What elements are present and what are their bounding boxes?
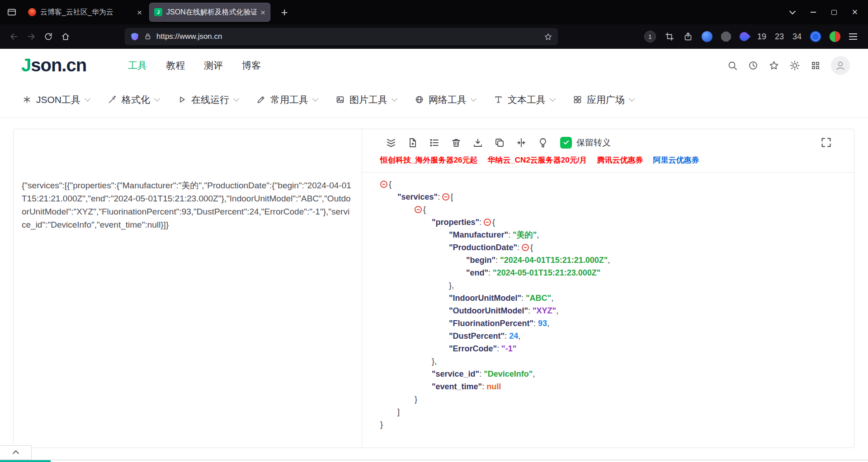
json-tree-line: "IndoorUnitModel": "ABC", xyxy=(380,292,845,304)
ordered-list-icon xyxy=(429,137,440,148)
notification-badge-button[interactable]: 1 xyxy=(644,31,656,42)
url-bar[interactable]: https://www.json.cn xyxy=(125,28,558,45)
globe-extension-button[interactable] xyxy=(810,31,821,42)
ad-link[interactable]: 腾讯云优惠券 xyxy=(597,155,643,165)
json-tree-line: "properties": { xyxy=(380,216,845,229)
gray-extension-button[interactable] xyxy=(721,32,731,42)
toolnav-network-tools[interactable]: 网络工具 xyxy=(415,93,476,106)
minimize-button[interactable] xyxy=(803,0,824,24)
new-file-button[interactable] xyxy=(406,136,419,149)
reload-button[interactable] xyxy=(40,28,57,45)
flame-extension-button[interactable] xyxy=(738,30,750,43)
collapse-toggle-icon[interactable] xyxy=(415,206,422,213)
extension-counter[interactable]: 23 xyxy=(775,32,784,42)
json-token: , xyxy=(533,369,535,378)
trash-icon xyxy=(451,137,462,148)
toolnav-format[interactable]: 格式化 xyxy=(108,93,159,106)
nav-item-tools[interactable]: 工具 xyxy=(128,59,147,72)
lightbulb-icon xyxy=(538,137,548,148)
back-icon xyxy=(9,32,19,41)
tab-favicon: J xyxy=(154,8,162,16)
tab-close-icon[interactable]: × xyxy=(137,8,142,17)
keep-escape-checkbox[interactable] xyxy=(560,137,572,149)
sort-list-button[interactable] xyxy=(428,136,440,149)
json-token: , xyxy=(518,331,520,341)
nav-item-blog[interactable]: 博客 xyxy=(242,59,261,72)
blue-extension-button[interactable] xyxy=(702,31,712,42)
extension-counter[interactable]: 19 xyxy=(757,32,766,42)
toolnav-image-tools[interactable]: 图片工具 xyxy=(335,93,396,106)
apps-grid-icon xyxy=(810,60,821,71)
json-token: [ xyxy=(451,192,453,201)
ad-link[interactable]: 华纳云_CN2云服务器20元/月 xyxy=(487,155,587,165)
chevron-down-icon xyxy=(471,96,476,102)
back-button[interactable] xyxy=(5,28,23,45)
home-button[interactable] xyxy=(57,28,74,45)
json-token: null xyxy=(486,382,501,391)
toolnav-app-plaza[interactable]: 应用广场 xyxy=(573,93,634,106)
fullscreen-button[interactable] xyxy=(820,136,832,149)
json-token: "ProductionDate" xyxy=(449,243,517,252)
json-token: { xyxy=(423,205,426,214)
collapse-toggle-icon[interactable] xyxy=(380,181,387,188)
menu-icon xyxy=(849,33,857,34)
play-icon xyxy=(177,95,187,104)
json-token: : xyxy=(528,306,533,315)
align-merge-button[interactable] xyxy=(515,136,527,149)
copy-button[interactable] xyxy=(493,136,505,149)
json-token: , xyxy=(551,294,553,303)
firefox-view-button[interactable] xyxy=(3,3,21,21)
browser-tab-json-cn[interactable]: J JSON在线解析及格式化验证 - × xyxy=(149,3,270,22)
collapse-toggle-icon[interactable] xyxy=(484,219,491,226)
keep-escape-option[interactable]: 保留转义 xyxy=(560,137,611,149)
download-button[interactable] xyxy=(472,136,484,149)
chevron-down-icon xyxy=(789,8,796,14)
nav-item-tutorials[interactable]: 教程 xyxy=(166,59,185,72)
share-extension-button[interactable] xyxy=(683,32,693,42)
toolnav-json-tools[interactable]: JSON工具 xyxy=(22,93,90,106)
avatar[interactable] xyxy=(831,56,850,75)
new-tab-button[interactable]: + xyxy=(277,5,292,19)
collapse-top-button[interactable] xyxy=(0,445,32,460)
proxy-extension-button[interactable] xyxy=(830,31,840,42)
json-token: "begin" xyxy=(466,256,495,265)
close-icon: × xyxy=(852,7,858,17)
close-window-button[interactable]: × xyxy=(844,0,865,24)
forward-button[interactable] xyxy=(23,28,40,45)
layers-icon xyxy=(385,137,397,149)
bookmark-star-button[interactable] xyxy=(544,33,552,41)
apps-button[interactable] xyxy=(810,60,821,71)
menu-button[interactable] xyxy=(849,33,857,40)
favorite-button[interactable] xyxy=(769,60,779,71)
extension-counter[interactable]: 34 xyxy=(793,32,802,42)
toolnav-online-run[interactable]: 在线运行 xyxy=(177,93,238,106)
ad-link[interactable]: 恒创科技_海外服务器26元起 xyxy=(380,155,477,165)
nav-item-reviews[interactable]: 测评 xyxy=(204,59,223,72)
tab-close-icon[interactable]: × xyxy=(260,8,265,17)
search-button[interactable] xyxy=(727,60,738,71)
clear-button[interactable] xyxy=(450,136,462,149)
collapse-toggle-icon[interactable] xyxy=(522,244,529,251)
browser-tab-huawei-blog[interactable]: 云博客_云社区_华为云 × xyxy=(24,3,146,22)
json-token: : xyxy=(488,268,493,277)
compress-button[interactable] xyxy=(385,136,397,149)
json-input-editor[interactable]: {"services":[{"properties":{"Manufacture… xyxy=(14,129,362,448)
toolnav-text-tools[interactable]: 文本工具 xyxy=(494,93,555,106)
site-logo[interactable]: Json.cn xyxy=(21,55,86,75)
tracking-protection-shield-icon[interactable] xyxy=(130,32,139,41)
toolnav-common-tools[interactable]: 常用工具 xyxy=(256,93,317,106)
collapse-toggle-icon[interactable] xyxy=(442,193,449,201)
theme-toggle-button[interactable] xyxy=(789,60,800,71)
star-icon xyxy=(769,60,779,71)
json-token: "DeviceInfo" xyxy=(484,369,533,378)
json-tree-line: }, xyxy=(380,279,845,292)
maximize-button[interactable] xyxy=(824,0,844,24)
history-button[interactable] xyxy=(748,60,759,71)
lock-icon[interactable] xyxy=(144,33,152,41)
json-token: "event_time" xyxy=(432,382,482,391)
list-all-tabs-button[interactable] xyxy=(782,0,803,24)
theme-bulb-button[interactable] xyxy=(537,136,549,149)
chevron-down-icon xyxy=(312,96,318,102)
screenshot-crop-button[interactable] xyxy=(665,32,675,42)
ad-link[interactable]: 阿里云优惠券 xyxy=(653,155,699,165)
